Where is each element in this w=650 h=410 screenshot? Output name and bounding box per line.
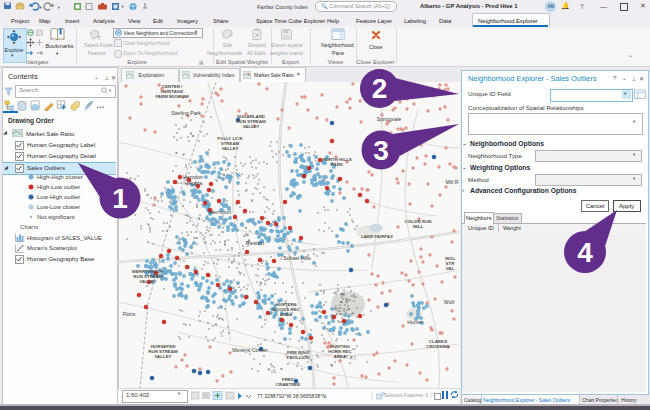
svg-text:4: 4 bbox=[577, 237, 593, 268]
svg-text:2: 2 bbox=[372, 73, 388, 104]
svg-text:3: 3 bbox=[373, 135, 389, 166]
svg-text:1: 1 bbox=[112, 183, 128, 214]
